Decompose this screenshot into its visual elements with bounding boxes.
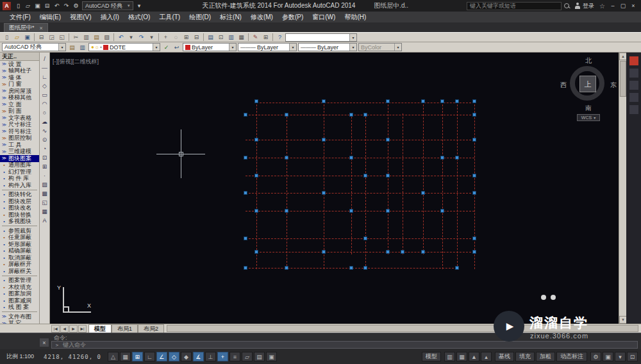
sidebar-item-18[interactable]: ▪构件入库	[0, 182, 39, 189]
command-window-close-icon[interactable]: ×	[40, 338, 49, 347]
grid-line-horizontal[interactable]	[256, 252, 474, 252]
menubar-item-1[interactable]: 编辑(E)	[35, 12, 65, 22]
grip-handle[interactable]	[244, 236, 247, 240]
annotation-autoscale-icon[interactable]: ▴	[481, 352, 492, 361]
menubar-item-9[interactable]: 参数(P)	[278, 12, 308, 22]
plot-icon[interactable]: ⊟	[37, 33, 46, 42]
point-icon[interactable]: ·	[40, 171, 49, 179]
sidebar-item-24[interactable]: ▪多视图块	[0, 219, 39, 226]
grid-line-horizontal[interactable]	[246, 140, 474, 140]
right-tool-icon-3[interactable]	[629, 81, 638, 90]
layout-nav-icon-3[interactable]: ▶|	[78, 325, 87, 333]
sidebar-item-32[interactable]: ▪屏蔽框关	[0, 268, 39, 275]
redo-icon[interactable]: ↷	[137, 33, 146, 42]
scrollbar-thumb[interactable]	[620, 61, 626, 97]
compass-west-label[interactable]: 西	[560, 81, 567, 90]
grip-handle[interactable]	[386, 99, 390, 103]
rectangle-icon[interactable]: ▭	[40, 90, 49, 99]
grid-line-horizontal[interactable]	[246, 176, 474, 176]
status-menu-icon[interactable]: ▾	[615, 352, 626, 361]
grip-handle[interactable]	[455, 266, 459, 270]
grip-handle[interactable]	[285, 156, 288, 160]
grid-line-horizontal[interactable]	[246, 238, 474, 239]
grip-handle[interactable]	[472, 236, 476, 240]
grip-handle[interactable]	[472, 113, 476, 117]
quickcalc-icon[interactable]: ⊞	[261, 33, 271, 42]
grid-line-vertical[interactable]	[403, 113, 403, 254]
quick-view-layouts-icon[interactable]: ▥	[444, 352, 455, 361]
close-icon[interactable]: ×	[40, 25, 43, 31]
grip-handle[interactable]	[440, 156, 444, 160]
grid-line-vertical[interactable]	[324, 101, 324, 269]
grip-handle[interactable]	[244, 266, 247, 270]
grid-line-vertical[interactable]	[365, 113, 366, 269]
grip-handle[interactable]	[472, 99, 476, 103]
workspace-combo[interactable]: AutoCAD 经典 ▾	[82, 1, 133, 10]
grip-handle[interactable]	[363, 266, 367, 270]
menubar-item-11[interactable]: 帮助(H)	[340, 12, 370, 22]
grid-line-vertical[interactable]	[388, 101, 388, 254]
layout-nav-icon-1[interactable]: ◀	[60, 325, 69, 333]
undo-icon[interactable]: ↶	[116, 33, 126, 42]
grid-line-vertical[interactable]	[287, 113, 287, 269]
lineweight-toggle[interactable]: ≡	[229, 352, 240, 361]
grid-line-horizontal[interactable]	[246, 193, 474, 194]
grip-handle[interactable]	[386, 209, 390, 213]
sidebar-item-38[interactable]: ▪线 图 案	[0, 304, 39, 311]
polygon-icon[interactable]: ◇	[40, 81, 49, 90]
compass-south-label[interactable]: 南	[562, 104, 615, 113]
menubar-item-5[interactable]: 工具(T)	[154, 12, 185, 22]
tarch-toggle-1[interactable]: 填充	[515, 352, 535, 361]
infer-constraints-toggle[interactable]: △	[108, 352, 119, 361]
menubar-item-4[interactable]: 格式(O)	[124, 12, 154, 22]
maximize-button[interactable]: ▢	[618, 1, 628, 10]
grip-handle[interactable]	[349, 156, 353, 160]
snap-toggle[interactable]: ▦	[120, 352, 131, 361]
view-compass[interactable]: 上 北 南 西 东	[562, 58, 615, 112]
table-icon[interactable]: ▦	[40, 207, 49, 215]
command-input[interactable]: ＞ 键入命令	[51, 341, 638, 349]
cut-icon[interactable]: ✂	[71, 33, 81, 42]
osnap-toggle[interactable]: ◇	[169, 352, 179, 361]
viewcube-top-button[interactable]: 上	[579, 76, 596, 92]
workspace-gear-icon[interactable]: ⚙	[71, 1, 81, 10]
grip-handle[interactable]	[349, 209, 353, 213]
command-window[interactable]: × 命令: ＞ 键入命令	[0, 333, 641, 349]
plot-preview-icon[interactable]: ◲	[47, 33, 56, 42]
plot-icon[interactable]: ⊟	[42, 1, 52, 10]
grip-handle[interactable]	[254, 209, 258, 213]
workspace-switch-icon[interactable]: ⚙	[590, 352, 601, 361]
osnap-3d-toggle[interactable]: ◆	[181, 352, 192, 361]
transparency-toggle[interactable]: ▱	[242, 352, 253, 361]
sheet-set-manager-icon[interactable]: ▦	[237, 33, 246, 42]
open-file-icon[interactable]: ▱	[23, 1, 33, 10]
undo-menu-icon[interactable]: ▾	[126, 33, 136, 42]
properties-icon[interactable]: ▤	[206, 33, 215, 42]
sign-in-button[interactable]: 登录	[572, 2, 597, 10]
annotation-scale-icon[interactable]: ▲	[469, 352, 479, 361]
right-tool-icon-2[interactable]	[629, 69, 638, 78]
grip-handle[interactable]	[254, 99, 258, 103]
save-icon[interactable]: ▣	[22, 33, 32, 42]
grip-handle[interactable]	[322, 191, 326, 195]
layer-states-icon[interactable]: ▥	[78, 43, 87, 52]
right-tool-icon-5[interactable]	[629, 105, 638, 114]
grip-handle[interactable]	[386, 174, 390, 178]
grip-handle[interactable]	[285, 209, 288, 213]
zoom-realtime-icon[interactable]: ◌	[171, 33, 181, 42]
grip-handle[interactable]	[440, 209, 444, 213]
grip-handle[interactable]	[386, 138, 390, 142]
polar-toggle[interactable]: ∠	[156, 352, 167, 361]
pan-icon[interactable]: +	[161, 33, 171, 42]
menubar-item-3[interactable]: 插入(I)	[96, 12, 123, 22]
coordinates-display[interactable]: 4218, 41260, 0	[40, 352, 104, 362]
toolbar-lock-icon[interactable]: ▣	[603, 352, 613, 361]
insert-block-icon[interactable]: ⊡	[40, 153, 49, 161]
arc-icon[interactable]: ◠	[40, 99, 49, 108]
copy-icon[interactable]: ▥	[81, 33, 91, 42]
publish-icon[interactable]: ◱	[57, 33, 67, 42]
ducs-toggle[interactable]: ⊥	[205, 352, 216, 361]
menubar-item-10[interactable]: 窗口(W)	[308, 12, 340, 22]
model-space-button[interactable]: 模型	[422, 352, 441, 361]
grip-handle[interactable]	[244, 113, 247, 117]
